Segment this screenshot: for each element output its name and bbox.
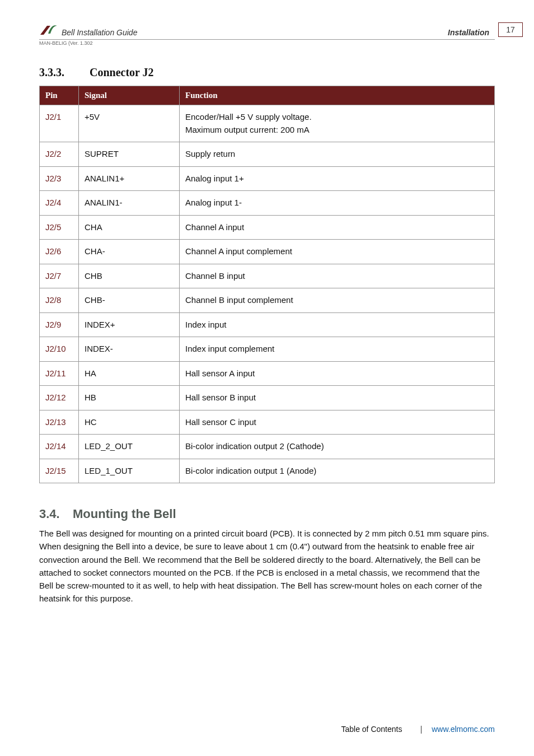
- logo-icon: [39, 22, 58, 38]
- cell-signal: HC: [79, 410, 180, 435]
- cell-signal: CHB-: [79, 288, 180, 313]
- cell-pin: J2/11: [40, 361, 79, 386]
- website-link[interactable]: www.elmomc.com: [432, 725, 495, 734]
- page-footer: Table of Contents www.elmomc.com: [341, 725, 495, 734]
- section-label: Installation: [448, 28, 489, 38]
- cell-pin: J2/3: [40, 166, 79, 191]
- heading-text: Mounting the Bell: [73, 507, 176, 521]
- page-number: 17: [506, 25, 515, 34]
- cell-function: Hall sensor B input: [180, 386, 495, 410]
- connector-j2-table: Pin Signal Function J2/1+5VEncoder/Hall …: [39, 86, 495, 483]
- cell-signal: CHA: [79, 215, 180, 240]
- cell-function: Index input: [180, 312, 495, 337]
- table-row: J2/1+5VEncoder/Hall +5 V supply voltage.…: [40, 105, 495, 142]
- cell-signal: CHB: [79, 264, 180, 288]
- cell-function: Channel B input complement: [180, 288, 495, 313]
- version-line: MAN-BELIG (Ver. 1.302: [39, 40, 495, 46]
- page-header: Bell Installation Guide Installation: [39, 22, 495, 40]
- cell-function: Channel B input: [180, 264, 495, 288]
- mounting-paragraph: The Bell was designed for mounting on a …: [39, 527, 495, 605]
- cell-pin: J2/2: [40, 142, 79, 167]
- table-row: J2/2SUPRETSupply return: [40, 142, 495, 167]
- cell-signal: +5V: [79, 105, 180, 142]
- cell-function: Bi-color indication output 1 (Anode): [180, 459, 495, 483]
- table-row: J2/3ANALIN1+Analog input 1+: [40, 166, 495, 191]
- table-row: J2/12HBHall sensor B input: [40, 386, 495, 410]
- cell-pin: J2/1: [40, 105, 79, 142]
- cell-function: Channel A input: [180, 215, 495, 240]
- table-row: J2/7CHBChannel B input: [40, 264, 495, 288]
- toc-link[interactable]: Table of Contents: [341, 725, 402, 734]
- cell-function: Index input complement: [180, 337, 495, 362]
- heading-connector-j2: 3.3.3.Connector J2: [39, 66, 495, 79]
- guide-title: Bell Installation Guide: [62, 28, 137, 38]
- col-signal: Signal: [79, 86, 180, 105]
- table-row: J2/9INDEX+Index input: [40, 312, 495, 337]
- heading-mounting: 3.4.Mounting the Bell: [39, 507, 495, 521]
- cell-signal: HA: [79, 361, 180, 386]
- cell-pin: J2/15: [40, 459, 79, 483]
- cell-signal: CHA-: [79, 240, 180, 264]
- cell-signal: LED_2_OUT: [79, 435, 180, 459]
- cell-function: Hall sensor A input: [180, 361, 495, 386]
- cell-function: Hall sensor C input: [180, 410, 495, 435]
- cell-pin: J2/7: [40, 264, 79, 288]
- table-row: J2/10INDEX-Index input complement: [40, 337, 495, 362]
- table-row: J2/14LED_2_OUTBi-color indication output…: [40, 435, 495, 459]
- table-row: J2/8CHB-Channel B input complement: [40, 288, 495, 313]
- cell-pin: J2/5: [40, 215, 79, 240]
- cell-function: Bi-color indication output 2 (Cathode): [180, 435, 495, 459]
- cell-pin: J2/8: [40, 288, 79, 313]
- table-row: J2/6CHA-Channel A input complement: [40, 240, 495, 264]
- cell-signal: INDEX-: [79, 337, 180, 362]
- cell-function: Analog input 1-: [180, 191, 495, 216]
- cell-signal: LED_1_OUT: [79, 459, 180, 483]
- heading-number: 3.4.: [39, 507, 73, 521]
- cell-signal: ANALIN1+: [79, 166, 180, 191]
- cell-pin: J2/13: [40, 410, 79, 435]
- table-row: J2/5CHAChannel A input: [40, 215, 495, 240]
- cell-pin: J2/14: [40, 435, 79, 459]
- table-row: J2/4ANALIN1-Analog input 1-: [40, 191, 495, 216]
- col-pin: Pin: [40, 86, 79, 105]
- cell-signal: INDEX+: [79, 312, 180, 337]
- heading-text: Connector J2: [90, 66, 154, 78]
- cell-function: Encoder/Hall +5 V supply voltage.Maximum…: [180, 105, 495, 142]
- cell-signal: HB: [79, 386, 180, 410]
- table-row: J2/13HCHall sensor C input: [40, 410, 495, 435]
- cell-pin: J2/6: [40, 240, 79, 264]
- cell-signal: ANALIN1-: [79, 191, 180, 216]
- cell-signal: SUPRET: [79, 142, 180, 167]
- table-row: J2/11HAHall sensor A input: [40, 361, 495, 386]
- cell-pin: J2/4: [40, 191, 79, 216]
- cell-pin: J2/10: [40, 337, 79, 362]
- table-row: J2/15LED_1_OUTBi-color indication output…: [40, 459, 495, 483]
- cell-function: Analog input 1+: [180, 166, 495, 191]
- page-number-badge: 17: [498, 22, 523, 37]
- footer-separator: [421, 726, 421, 734]
- cell-function: Channel A input complement: [180, 240, 495, 264]
- heading-number: 3.3.3.: [39, 66, 90, 79]
- cell-pin: J2/9: [40, 312, 79, 337]
- cell-function: Supply return: [180, 142, 495, 167]
- col-function: Function: [180, 86, 495, 105]
- cell-pin: J2/12: [40, 386, 79, 410]
